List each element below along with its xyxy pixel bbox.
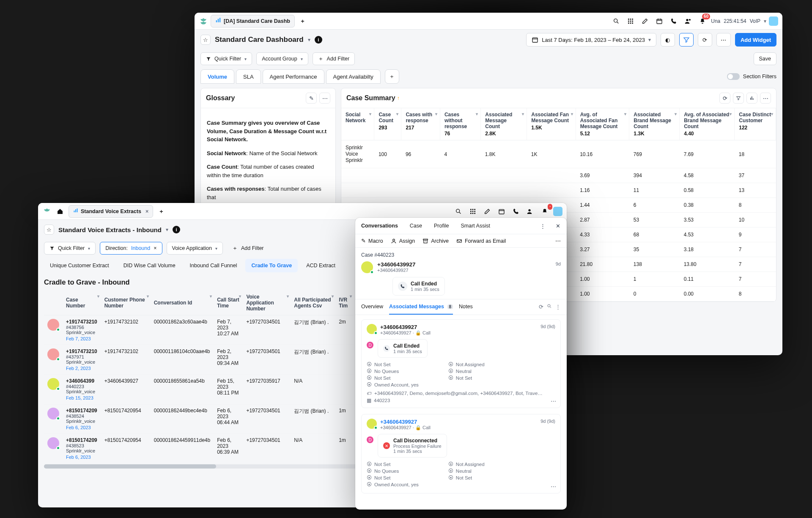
add-filter-button[interactable]: ＋ Add Filter bbox=[227, 242, 269, 255]
save-button[interactable]: Save bbox=[754, 52, 777, 65]
table-row[interactable]: +1917473210#438756Sprinklr_voiceFeb 7, 2… bbox=[44, 315, 354, 345]
case-date-link[interactable]: Feb 6, 2023 bbox=[66, 455, 98, 460]
subtab-overview[interactable]: Overview bbox=[361, 304, 383, 315]
call-table[interactable]: Case Number▾Customer Phone Number▾Conver… bbox=[38, 291, 359, 463]
tab-agent-performance[interactable]: Agent Performance bbox=[263, 69, 324, 84]
column-header[interactable]: Associated Brand Message Count▾1.3K bbox=[629, 108, 680, 140]
more-menu[interactable]: ⋮ bbox=[555, 304, 561, 312]
direction-filter[interactable]: Direction: Inbound × bbox=[100, 242, 162, 255]
column-header[interactable]: Conversation Id▾ bbox=[151, 291, 214, 315]
column-header[interactable]: Voice Application Number▾ bbox=[243, 291, 291, 315]
assign-action[interactable]: Assign bbox=[391, 238, 415, 244]
column-header[interactable]: Social Network▾ bbox=[341, 108, 374, 140]
column-header[interactable]: Associated Message Count▾2.8K bbox=[481, 108, 527, 140]
calendar-icon[interactable] bbox=[496, 206, 508, 217]
table-row[interactable]: 1.16110.5813 bbox=[341, 183, 776, 198]
refresh-icon[interactable]: ⟳ bbox=[539, 304, 543, 312]
edit-icon[interactable]: ✎ bbox=[306, 93, 317, 104]
table-row[interactable]: Sprinklr Voice Sprinklr1009641.8K1K10.16… bbox=[341, 140, 776, 168]
quick-filter[interactable]: Quick Filter▾ bbox=[200, 52, 252, 65]
avatar[interactable] bbox=[769, 16, 778, 26]
column-header[interactable]: Cases with response▾217 bbox=[401, 108, 440, 140]
compose-icon[interactable] bbox=[481, 206, 493, 217]
horizontal-scrollbar[interactable] bbox=[44, 464, 357, 469]
drawer-tab-conversations[interactable]: Conversations bbox=[355, 218, 404, 234]
more-menu[interactable]: ⋯ bbox=[551, 398, 556, 404]
table-row[interactable]: +346064399#440223Sprinklr_voiceFeb 15, 2… bbox=[44, 375, 354, 404]
apps-grid-icon[interactable] bbox=[467, 206, 479, 217]
subtab-acd-extract[interactable]: ACD Extract bbox=[300, 259, 341, 272]
compose-icon[interactable] bbox=[639, 15, 651, 27]
favorite-toggle[interactable]: ☆ bbox=[200, 35, 211, 45]
message-card[interactable]: 9d (9d)+34606439927+34606439927 · 🔒 Call… bbox=[361, 414, 561, 493]
refresh-icon[interactable]: ⟳ bbox=[719, 93, 730, 104]
macro-action[interactable]: ✎ Macro bbox=[361, 238, 383, 244]
chevron-down-icon[interactable]: ▾ bbox=[308, 37, 310, 43]
chart-icon[interactable] bbox=[746, 93, 757, 104]
subtab-did-wise[interactable]: DID Wise Call Volume bbox=[118, 259, 181, 272]
column-header[interactable]: Associated Fan Message Count▾1.5K bbox=[527, 108, 576, 140]
users-icon[interactable] bbox=[682, 15, 694, 27]
info-icon[interactable]: i bbox=[315, 36, 322, 44]
case-date-link[interactable]: Feb 15, 2023 bbox=[66, 395, 98, 400]
calendar-icon[interactable] bbox=[653, 15, 665, 27]
drawer-body[interactable]: 9d (9d)+34606439927+34606439927 · 🔒 Call… bbox=[355, 315, 567, 510]
filter-icon[interactable] bbox=[733, 93, 744, 104]
favorite-toggle[interactable]: ☆ bbox=[44, 225, 54, 235]
subtab-cradle-to-grave[interactable]: Cradle To Grave bbox=[245, 259, 298, 272]
apps-grid-icon[interactable] bbox=[625, 15, 636, 27]
column-header[interactable]: IVR Tim▾ bbox=[335, 291, 354, 315]
column-header[interactable]: Case Number▾ bbox=[63, 291, 101, 315]
browser-tab[interactable]: [DA] Standard Care Dashb bbox=[211, 15, 295, 27]
chevron-down-icon[interactable]: ▾ bbox=[166, 227, 168, 233]
drawer-tab-profile[interactable]: Profile bbox=[428, 218, 455, 234]
more-menu[interactable]: ⋯ bbox=[319, 93, 330, 104]
column-header[interactable]: Cases without response▾76 bbox=[440, 108, 480, 140]
drawer-tab-case[interactable]: Case bbox=[404, 218, 428, 234]
phone-icon[interactable] bbox=[510, 206, 522, 217]
case-date-link[interactable]: Feb 7, 2023 bbox=[66, 336, 98, 341]
more-menu[interactable]: ⋯ bbox=[551, 483, 556, 490]
quick-filter[interactable]: Quick Filter▾ bbox=[44, 242, 96, 255]
phone-icon[interactable] bbox=[668, 15, 680, 27]
column-header[interactable]: Case Distinct Customer▾122 bbox=[735, 108, 776, 140]
subtab-associated-messages[interactable]: Associated Messages 8 bbox=[389, 304, 453, 315]
info-icon[interactable]: i bbox=[173, 226, 180, 233]
user-status[interactable]: Una 225:41:54 VoIP ▾ bbox=[711, 18, 766, 24]
tab-sla[interactable]: SLA bbox=[236, 69, 261, 84]
browser-tab[interactable]: Standard Voice Extracts × bbox=[69, 205, 153, 218]
search-icon[interactable] bbox=[547, 304, 552, 312]
remove-filter-icon[interactable]: × bbox=[154, 245, 156, 251]
message-card[interactable]: 9d (9d)+34606439927+34606439927 · 🔒 Call… bbox=[361, 319, 561, 408]
add-widget-button[interactable]: Add Widget bbox=[735, 33, 776, 47]
close-tab-icon[interactable]: × bbox=[145, 208, 148, 214]
new-tab-button[interactable]: ＋ bbox=[156, 206, 167, 217]
home-icon[interactable] bbox=[54, 206, 66, 217]
case-date-link[interactable]: Feb 6, 2023 bbox=[66, 425, 98, 430]
column-header[interactable]: Avg. of Associated Fan Message Count▾5.1… bbox=[576, 108, 629, 140]
table-row[interactable]: +8150174209#438523Sprinklr_voiceFeb 6, 2… bbox=[44, 434, 354, 463]
filter-toggle[interactable] bbox=[679, 33, 694, 47]
column-header[interactable]: Case Count▾293 bbox=[374, 108, 401, 140]
drawer-tab-smart-assist[interactable]: Smart Assist bbox=[455, 218, 496, 234]
archive-action[interactable]: Archive bbox=[422, 238, 449, 244]
refresh-button[interactable]: ⟳ bbox=[698, 33, 712, 47]
tab-agent-availability[interactable]: Agent Availabilty bbox=[326, 69, 381, 84]
more-menu[interactable]: ⋯ bbox=[760, 93, 771, 104]
column-header[interactable]: Avg. of Associated Brand Message Count▾4… bbox=[680, 108, 735, 140]
add-section-tab[interactable]: ＋ bbox=[385, 69, 399, 84]
search-icon[interactable] bbox=[610, 15, 622, 27]
subtab-unique-customer[interactable]: Unique Customer Extract bbox=[44, 259, 115, 272]
column-header[interactable]: Call Start Time▾ bbox=[214, 291, 243, 315]
theme-toggle[interactable]: ◐ bbox=[661, 33, 675, 47]
table-row[interactable]: +1917473210#437971Sprinklr_voiceFeb 2, 2… bbox=[44, 345, 354, 375]
new-tab-button[interactable]: ＋ bbox=[297, 16, 308, 27]
case-date-link[interactable]: Feb 2, 2023 bbox=[66, 366, 98, 371]
add-filter-button[interactable]: ＋ Add Filter bbox=[313, 52, 355, 65]
avatar[interactable] bbox=[553, 207, 562, 216]
voice-app-filter[interactable]: Voice Application▾ bbox=[167, 242, 223, 255]
search-icon[interactable] bbox=[453, 206, 464, 217]
section-filters-toggle[interactable] bbox=[727, 73, 740, 80]
tab-volume[interactable]: Volume bbox=[200, 69, 234, 84]
column-header[interactable]: All Participated Agents Csv▾ bbox=[291, 291, 335, 315]
